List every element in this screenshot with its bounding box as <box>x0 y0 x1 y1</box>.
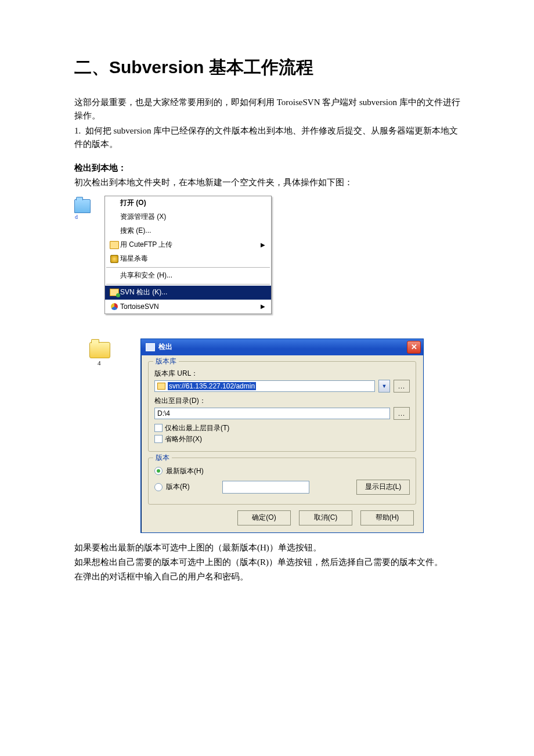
menu-item-svn-checkout-label: SVN 检出 (K)... <box>120 287 167 297</box>
menu-item-explorer-label: 资源管理器 (X) <box>120 212 166 222</box>
folder-mini-icon <box>157 383 165 390</box>
figure-context-menu: d 打开 (O) 资源管理器 (X) 搜索 (E)... 用 CuteFTP 上… <box>74 196 464 314</box>
svn-checkout-icon <box>110 289 119 296</box>
folder-4-icon[interactable]: 4 <box>89 342 110 358</box>
after-paragraph-1: 如果要检出最新的版本可选中上图的（最新版本(H)）单选按钮。 <box>74 541 464 555</box>
page-heading: 二、Subversion 基本工作流程 <box>74 56 464 80</box>
url-browse-button[interactable]: ... <box>394 380 410 393</box>
url-label: 版本库 URL： <box>154 369 410 379</box>
chevron-down-icon: ▼ <box>382 383 387 389</box>
dir-label: 检出至目录(D)： <box>154 396 410 406</box>
menu-item-rising[interactable]: 瑞星杀毒 <box>105 252 271 266</box>
menu-item-tortoisesvn[interactable]: TortoiseSVN ▶ <box>105 300 271 314</box>
dialog-titlebar[interactable]: 检出 ✕ <box>141 339 423 355</box>
checkbox-externals[interactable] <box>154 435 163 443</box>
url-value: svn://61.135.227.102/admin <box>168 382 256 390</box>
group-revision-legend: 版本 <box>153 453 172 463</box>
menu-item-open[interactable]: 打开 (O) <box>105 196 271 210</box>
folder-icon[interactable]: d <box>74 199 91 213</box>
menu-item-cuteftp[interactable]: 用 CuteFTP 上传 ▶ <box>105 238 271 252</box>
radio-head[interactable] <box>154 467 163 475</box>
menu-item-rising-label: 瑞星杀毒 <box>120 254 148 264</box>
submenu-arrow-icon: ▶ <box>261 242 265 248</box>
radio-head-label: 最新版本(H) <box>166 466 204 476</box>
dir-browse-button[interactable]: ... <box>394 407 410 420</box>
menu-item-search-label: 搜索 (E)... <box>120 226 151 236</box>
folder-d-label: d <box>75 214 78 220</box>
radio-revision[interactable] <box>154 483 163 491</box>
submenu-arrow-icon: ▶ <box>261 303 265 309</box>
radio-head-row[interactable]: 最新版本(H) <box>154 466 410 476</box>
checkbox-toplevel-label: 仅检出最上层目录(T) <box>165 423 229 433</box>
group-repository: 版本库 版本库 URL： svn://61.135.227.102/admin … <box>148 361 416 452</box>
checkbox-toplevel-row[interactable]: 仅检出最上层目录(T) <box>154 423 410 433</box>
checkbox-externals-label: 省略外部(X) <box>165 434 202 444</box>
after-paragraph-2: 如果想检出自己需要的版本可选中上图的（版本(R)）单选按钮，然后选择自己需要的版… <box>74 556 464 569</box>
after-paragraph-3: 在弹出的对话框中输入自己的用户名和密码。 <box>74 570 464 584</box>
group-repository-legend: 版本库 <box>153 357 179 366</box>
dialog-app-icon <box>146 343 155 351</box>
menu-item-explorer[interactable]: 资源管理器 (X) <box>105 210 271 224</box>
help-button[interactable]: 帮助(H) <box>360 510 414 525</box>
close-button[interactable]: ✕ <box>407 341 421 354</box>
close-icon: ✕ <box>411 343 417 351</box>
checkbox-externals-row[interactable]: 省略外部(X) <box>154 434 410 444</box>
show-log-button[interactable]: 显示日志(L) <box>356 480 410 495</box>
dialog-title: 检出 <box>158 342 172 352</box>
menu-separator <box>106 267 270 268</box>
figure-checkout-dialog: 4 检出 ✕ 版本库 版本库 URL： <box>74 339 464 533</box>
url-dropdown-button[interactable]: ▼ <box>378 380 390 393</box>
rising-icon <box>110 255 118 263</box>
folder-4-label: 4 <box>98 359 101 366</box>
menu-item-share[interactable]: 共享和安全 (H)... <box>105 269 271 283</box>
menu-item-open-label: 打开 (O) <box>120 198 146 208</box>
list-number: 1. <box>74 126 81 135</box>
dir-value: D:\4 <box>157 409 170 417</box>
menu-item-share-label: 共享和安全 (H)... <box>120 271 172 280</box>
url-combobox[interactable]: svn://61.135.227.102/admin <box>154 380 375 392</box>
menu-item-tortoisesvn-label: TortoiseSVN <box>120 303 159 311</box>
dialog-button-row: 确定(O) 取消(C) 帮助(H) <box>148 510 416 525</box>
group-revision: 版本 最新版本(H) 版本(R) 显示日志(L) <box>148 458 416 505</box>
tortoisesvn-icon <box>111 303 118 310</box>
intro-paragraph-1: 这部分最重要，也是大家经常要用到的，即如何利用 ToroiseSVN 客户端对 … <box>74 96 464 123</box>
menu-item-cuteftp-label: 用 CuteFTP 上传 <box>120 240 172 250</box>
checkbox-toplevel[interactable] <box>154 424 163 432</box>
menu-item-search[interactable]: 搜索 (E)... <box>105 224 271 238</box>
radio-revision-row[interactable]: 版本(R) 显示日志(L) <box>154 480 410 495</box>
checkout-dialog: 检出 ✕ 版本库 版本库 URL： svn://61.135.227.102/a… <box>140 339 424 533</box>
menu-separator <box>106 284 270 285</box>
section-checkout-body: 初次检出到本地文件夹时，在本地新建一个空文件夹，具体操作如下图： <box>74 176 464 189</box>
menu-item-svn-checkout[interactable]: SVN 检出 (K)... <box>105 286 271 300</box>
intro-2-text: 如何把 subversion 库中已经保存的文件版本检出到本地、并作修改后提交、… <box>74 126 458 149</box>
cancel-button[interactable]: 取消(C) <box>299 510 352 525</box>
ok-button[interactable]: 确定(O) <box>237 510 291 525</box>
dir-textbox[interactable]: D:\4 <box>154 408 390 419</box>
revision-input[interactable] <box>222 481 309 494</box>
cuteftp-icon <box>110 241 119 249</box>
radio-revision-label: 版本(R) <box>166 482 190 492</box>
context-menu: 打开 (O) 资源管理器 (X) 搜索 (E)... 用 CuteFTP 上传 … <box>104 196 272 314</box>
intro-paragraph-2: 1. 如何把 subversion 库中已经保存的文件版本检出到本地、并作修改后… <box>74 124 464 152</box>
section-checkout-title: 检出到本地： <box>74 161 464 175</box>
